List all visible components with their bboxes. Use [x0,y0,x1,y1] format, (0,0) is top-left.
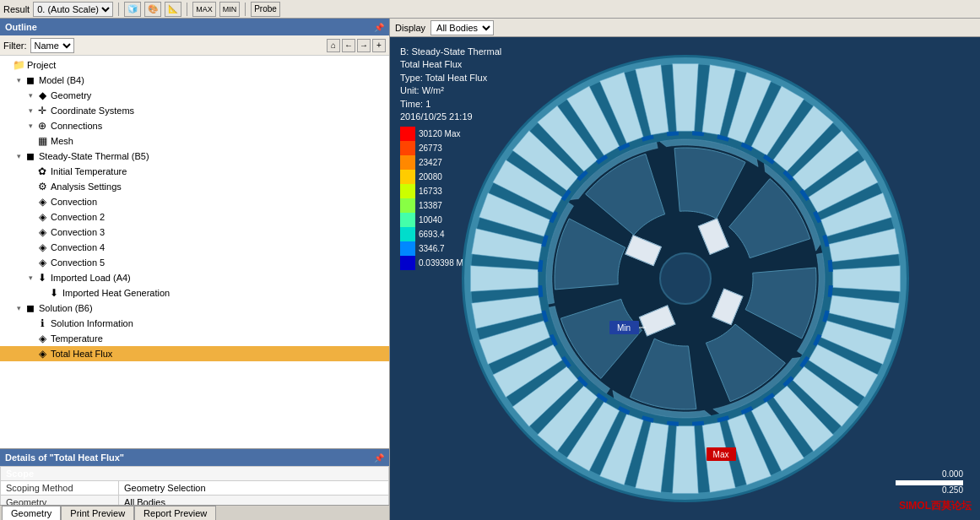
tree-label-import-load: Imported Load (A4) [51,273,131,283]
tree-item-model[interactable]: ▾◼Model (B4) [0,73,389,88]
tree-icon-project: 📁 [12,58,25,72]
tree-label-analysis: Analysis Settings [51,181,122,192]
tree-icon-coordinate: ✛ [35,104,49,117]
tree-item-thermal[interactable]: ▾◼Steady-State Thermal (B5) [0,149,389,164]
details-header: Details of "Total Heat Flux" 📌 [0,449,389,466]
svg-text:Min: Min [616,323,630,333]
tree-icon-thermal: ◼ [24,149,37,163]
tree-item-geometry[interactable]: ▾◆Geometry [0,88,389,103]
tree-icon-conv3: ◈ [35,225,49,239]
outline-toolbar-buttons: ⌂ ← → + [327,39,386,52]
details-pin[interactable]: 📌 [374,453,384,463]
bottom-tab-geometry[interactable]: Geometry [2,506,61,520]
bottom-tabs: GeometryPrint PreviewReport Preview [0,505,389,520]
left-panel: Outline 📌 Filter: Name ⌂ ← → + 📁Project▾… [0,19,390,520]
tree-item-conv2[interactable]: ◈Convection 2 [0,209,389,225]
tree-label-project: Project [27,60,56,70]
tree-item-temperature[interactable]: ◈Temperature [0,331,389,346]
outline-header: Outline 📌 [0,19,389,35]
toolbar-sep-1 [118,3,119,16]
tree-icon-geometry: ◆ [35,89,49,102]
simol-logo: SIMOL西莫论坛 [899,499,972,513]
display-label: Display [395,23,425,33]
tree-toggle-solution[interactable]: ▾ [14,304,24,312]
tree-label-conv5: Convection 5 [51,257,105,268]
tree-icon-conv1: ◈ [35,195,49,209]
tree-label-sol-info: Solution Information [51,318,133,328]
tree-label-init-temp: Initial Temperature [51,166,127,176]
tree-item-mesh[interactable]: ▦Mesh [0,133,389,149]
outline-tree: 📁Project▾◼Model (B4)▾◆Geometry▾✛Coordina… [0,56,389,448]
tree-icon-temperature: ◈ [35,332,49,345]
toolbar-btn-axes[interactable]: 📐 [165,2,181,17]
toolbar-sep-2 [187,3,187,16]
tree-item-conv5[interactable]: ◈Convection 5 [0,255,389,270]
tree-toggle-coordinate[interactable]: ▾ [25,106,35,115]
tree-item-connections[interactable]: ▾⊕Connections [0,118,389,133]
toolbar-btn-color[interactable]: 🎨 [144,2,161,17]
tree-icon-import-heat: ⬇ [47,286,61,300]
toolbar-btn-max[interactable]: MAX [192,2,216,17]
bottom-tab-print-preview[interactable]: Print Preview [61,506,134,520]
tree-item-coordinate[interactable]: ▾✛Coordinate Systems [0,103,389,118]
tree-label-model: Model (B4) [39,75,84,85]
tree-item-heat-flux[interactable]: ◈Total Heat Flux [0,346,389,361]
outline-btn-home[interactable]: ⌂ [327,39,340,52]
filter-label: Filter: [3,41,27,51]
filter-select[interactable]: Name [30,38,74,53]
viewport-canvas[interactable]: B: Steady-State Thermal Total Heat Flux … [390,37,980,520]
tree-label-conv4: Convection 4 [51,242,105,252]
tree-item-conv3[interactable]: ◈Convection 3 [0,225,389,240]
tree-icon-model: ◼ [24,73,37,87]
display-dropdown[interactable]: All Bodies [430,20,494,35]
tree-item-import-heat[interactable]: ⬇Imported Heat Generation [0,285,389,301]
toolbar-btn-min[interactable]: MIN [219,2,241,17]
bottom-tab-report-preview[interactable]: Report Preview [134,506,216,520]
scale-val2: 0.250 [896,485,963,495]
toolbar-btn-cube[interactable]: 🧊 [124,2,141,17]
toolbar-sep-3 [245,3,246,16]
outline-title: Outline [5,22,37,32]
tree-item-solution[interactable]: ▾◼Solution (B6) [0,301,389,316]
tree-label-temperature: Temperature [51,333,103,344]
outline-btn-forward[interactable]: → [357,39,371,52]
tree-label-solution: Solution (B6) [39,303,93,313]
tree-icon-conv2: ◈ [35,210,49,224]
svg-marker-57 [672,63,698,131]
tree-item-conv1[interactable]: ◈Convection [0,194,389,209]
result-dropdown[interactable]: 0. (Auto Scale) [33,2,113,17]
viewport-toolbar: Display All Bodies [390,19,980,37]
tree-icon-mesh: ▦ [35,134,49,148]
tree-toggle-thermal[interactable]: ▾ [14,152,24,160]
main-toolbar: Result 0. (Auto Scale) 🧊 🎨 📐 MAX MIN Pro… [0,0,980,19]
tree-label-thermal: Steady-State Thermal (B5) [39,151,149,161]
tree-item-analysis[interactable]: ⚙Analysis Settings [0,179,389,194]
tree-label-conv2: Convection 2 [51,212,105,222]
tree-icon-init-temp: ✿ [35,165,49,178]
details-section-scope: Scope [1,467,389,481]
svg-point-100 [660,253,711,304]
details-title: Details of "Total Heat Flux" [5,452,124,463]
tree-toggle-geometry[interactable]: ▾ [25,91,35,100]
tree-toggle-model[interactable]: ▾ [14,76,24,84]
tree-item-import-load[interactable]: ▾⬇Imported Load (A4) [0,270,389,285]
details-content: ScopeScoping MethodGeometry SelectionGeo… [0,466,389,505]
motor-visualization: Min Max [390,37,980,520]
outline-btn-back[interactable]: ← [342,39,355,52]
tree-toggle-import-load[interactable]: ▾ [25,274,35,282]
tree-toggle-connections[interactable]: ▾ [25,122,35,130]
outline-btn-add[interactable]: + [372,39,386,52]
outline-pin[interactable]: 📌 [374,23,384,32]
tree-item-sol-info[interactable]: ℹSolution Information [0,316,389,331]
tree-item-conv4[interactable]: ◈Convection 4 [0,240,389,255]
tree-label-coordinate: Coordinate Systems [51,106,134,116]
tree-item-init-temp[interactable]: ✿Initial Temperature [0,164,389,179]
tree-icon-sol-info: ℹ [35,317,49,330]
viewport: Display All Bodies B: Steady-State Therm… [390,19,980,520]
tree-item-project[interactable]: 📁Project [0,57,389,73]
probe-button[interactable]: Probe [251,2,280,17]
svg-marker-3 [832,266,900,292]
tree-label-conv1: Convection [51,197,97,207]
motor-svg-element: Min Max [453,51,918,506]
scale-val1: 0.000 [896,469,963,479]
